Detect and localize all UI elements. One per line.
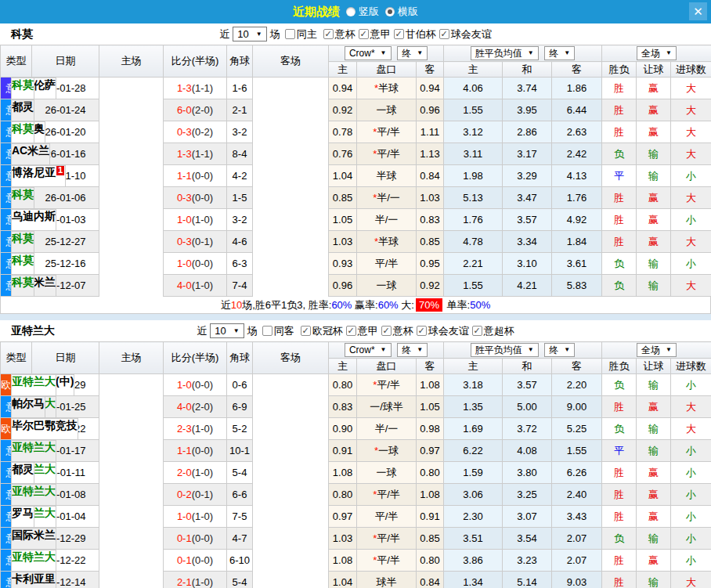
horizontal-layout-label[interactable]: 横版 — [398, 5, 418, 19]
competition-filter[interactable]: ✓意杯 — [323, 27, 356, 41]
bookmaker-select[interactable]: Crow*▼ — [345, 343, 392, 357]
match-count-select[interactable]: 10 ▼ — [210, 323, 244, 338]
home-odds: 0.92 — [329, 99, 357, 121]
result-outcome: 负 — [602, 418, 637, 440]
avg-select[interactable]: 胜平负均值▼ — [471, 343, 539, 357]
away-avg-odds: 9.00 — [552, 396, 602, 418]
match-row: 欧冠杯26-01-29圣吉罗斯(中)1-0(0-0)0-6亚特兰大0.80*平/… — [1, 374, 711, 396]
odds-stage-select[interactable]: 终▼ — [397, 343, 428, 357]
result-goals: 小 — [671, 528, 711, 550]
competition-filter[interactable]: ✓球会友谊 — [417, 324, 469, 338]
corner-score: 5-4 — [227, 462, 253, 484]
competition-filter[interactable]: ✓球会友谊 — [439, 27, 492, 41]
checkbox-checked-icon[interactable]: ✓ — [394, 29, 404, 39]
summary-text: 近 — [221, 299, 231, 311]
away-avg-odds: 1.84 — [552, 231, 602, 253]
competition-filter[interactable]: ✓意甲 — [346, 324, 378, 338]
score-cell: 0-3(0-1) — [164, 231, 227, 253]
match-row: 意甲25-12-07国际米兰4-0(1-0)7-4科莫0.96一球0.921.5… — [1, 275, 711, 297]
horizontal-layout-radio[interactable] — [385, 7, 395, 16]
halftime-score: (1-0) — [192, 280, 213, 291]
fulltime-select[interactable]: 全场▼ — [637, 46, 677, 60]
score-cell: 1-3(1-1) — [164, 78, 227, 99]
avg-stage-select[interactable]: 终▼ — [544, 343, 575, 357]
checkbox-checked-icon[interactable]: ✓ — [381, 326, 392, 336]
corner-score: 4-6 — [227, 231, 253, 253]
result-handicap: 赢 — [637, 506, 671, 528]
fulltime-score: 1-1 — [177, 170, 192, 182]
away-avg-odds: 3.61 — [552, 253, 602, 275]
fulltime-select[interactable]: 全场▼ — [637, 343, 677, 357]
same-venue-filter[interactable]: 同主 — [285, 27, 317, 41]
checkbox-checked-icon[interactable]: ✓ — [417, 326, 427, 336]
competition-filter[interactable]: ✓甘伯杯 — [394, 27, 436, 41]
checkbox-checked-icon[interactable]: ✓ — [439, 29, 449, 39]
home-avg-odds: 5.13 — [444, 187, 503, 209]
vertical-layout-radio[interactable] — [346, 7, 356, 16]
chevron-down-icon: ▼ — [233, 328, 240, 334]
score-cell: 4-0(1-0) — [164, 275, 227, 297]
handicap-text: 一球 — [378, 445, 399, 456]
match-count-value: 10 — [215, 325, 226, 337]
match-count-value: 10 — [237, 28, 248, 40]
competition-filter[interactable]: ✓意杯 — [381, 324, 413, 338]
score-cell: 1-0(0-0) — [164, 253, 227, 275]
vertical-layout-label[interactable]: 竖版 — [359, 5, 379, 19]
team-label: 科莫 — [12, 276, 34, 288]
handicap: 半/一 — [357, 209, 417, 231]
score-cell: 0-1(0-0) — [164, 528, 227, 550]
matches-table: 类型 日期 主场 比分(半场) 角球 客场 Crow*▼ 终▼ 胜平负均值▼ 终… — [0, 45, 711, 297]
result-outcome: 负 — [602, 143, 637, 165]
halftime-score: (1-1) — [192, 148, 213, 160]
avg-stage-select[interactable]: 终▼ — [544, 46, 575, 60]
draw-avg-odds: 3.07 — [503, 506, 552, 528]
result-goals: 小 — [671, 462, 711, 484]
competition-filter[interactable]: ✓意甲 — [359, 27, 391, 41]
panel-title: 近期战绩 — [293, 5, 340, 20]
fulltime-select-value: 全场 — [641, 344, 660, 357]
halftime-score: (0-0) — [192, 258, 213, 269]
away-team: 科莫 — [11, 275, 34, 297]
competition-filter[interactable]: ✓意超杯 — [472, 324, 514, 338]
competition-filter[interactable]: ✓欧冠杯 — [301, 324, 343, 338]
avg-select[interactable]: 胜平负均值▼ — [471, 46, 539, 60]
home-odds: 1.08 — [329, 550, 357, 572]
away-odds: 0.96 — [417, 99, 444, 121]
draw-avg-odds: 3.29 — [503, 165, 552, 187]
team-label: 国际米兰 — [12, 528, 56, 541]
fulltime-score: 1-0 — [177, 510, 192, 522]
corner-score: 4-7 — [227, 528, 253, 550]
close-icon[interactable]: ✕ — [689, 2, 707, 20]
same-venue-label: 同主 — [297, 27, 317, 41]
handicap-text: 平/半 — [377, 532, 400, 544]
checkbox-checked-icon[interactable]: ✓ — [472, 326, 482, 336]
odds-stage-select[interactable]: 终▼ — [397, 46, 428, 60]
match-date: 26-01-24 — [32, 99, 99, 121]
away-avg-odds: 1.86 — [552, 78, 602, 99]
draw-avg-odds: 3.74 — [503, 78, 552, 99]
home-avg-odds: 3.86 — [444, 550, 503, 572]
result-goals: 大 — [671, 231, 711, 253]
checkbox-unchecked-icon[interactable] — [262, 326, 272, 336]
result-outcome: 胜 — [602, 550, 637, 572]
checkbox-checked-icon[interactable]: ✓ — [323, 29, 334, 39]
home-odds: 1.04 — [329, 572, 357, 588]
result-goals: 大 — [671, 275, 711, 297]
result-handicap: 输 — [637, 572, 671, 588]
result-handicap: 赢 — [637, 484, 671, 506]
checkbox-checked-icon[interactable]: ✓ — [301, 326, 311, 336]
away-avg-odds: 4.13 — [552, 165, 602, 187]
avg-stage-value: 终 — [549, 47, 558, 60]
checkbox-checked-icon[interactable]: ✓ — [359, 29, 369, 39]
bookmaker-select[interactable]: Crow*▼ — [345, 46, 392, 60]
chevron-down-icon: ▼ — [666, 50, 672, 56]
recent-results-panel: 近期战绩 竖版 横版 ✕ 科莫 近 10 ▼ 场 同主 ✓意杯✓意甲✓甘伯杯✓球… — [0, 0, 711, 588]
away-team: 科莫 — [11, 253, 34, 275]
checkbox-unchecked-icon[interactable] — [285, 29, 295, 39]
match-count-select[interactable]: 10 ▼ — [233, 27, 266, 41]
checkbox-checked-icon[interactable]: ✓ — [346, 326, 356, 336]
halftime-score: (0-0) — [192, 532, 213, 544]
match-row: 意甲26-01-10科莫1-1(0-0)4-2博洛尼亚11.04半球0.841.… — [1, 165, 711, 187]
home-odds: 0.80 — [329, 484, 357, 506]
same-venue-filter[interactable]: 同客 — [262, 324, 294, 338]
